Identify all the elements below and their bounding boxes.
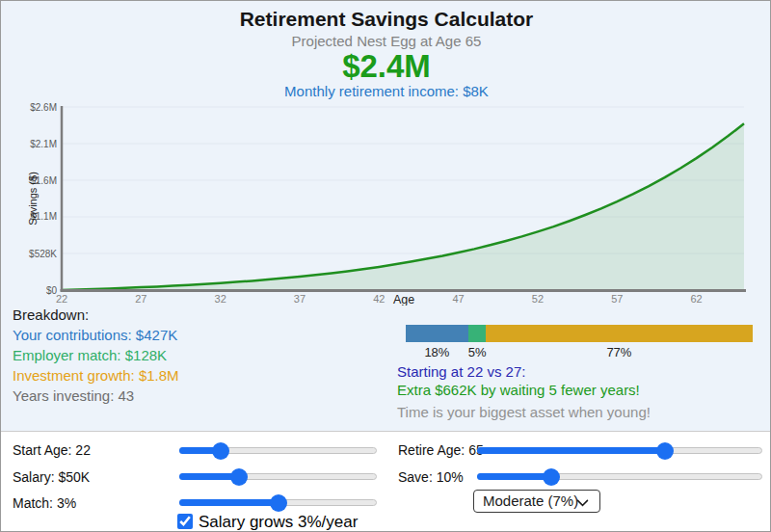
match-label: Match: 3% bbox=[13, 495, 76, 511]
bar-segment-contributions bbox=[406, 325, 468, 342]
slider-thumb[interactable] bbox=[543, 468, 560, 486]
comparison-section: Starting at 22 vs 27:Extra $662K by wait… bbox=[397, 362, 651, 421]
bar-segment-label: 18% bbox=[406, 345, 468, 359]
breakdown-item: Your contributions: $427K bbox=[13, 325, 179, 345]
breakdown-section: Breakdown: Your contributions: $427KEmpl… bbox=[13, 305, 179, 406]
bar-segment-label: 5% bbox=[468, 345, 486, 359]
breakdown-item: Employer match: $128K bbox=[13, 345, 179, 365]
svg-text:42: 42 bbox=[373, 293, 385, 305]
slider-thumb[interactable] bbox=[270, 494, 287, 512]
svg-text:27: 27 bbox=[135, 293, 146, 305]
page-title: Retirement Savings Calculator bbox=[1, 8, 771, 31]
save-rate-slider[interactable] bbox=[477, 468, 762, 486]
bar-segment-label: 77% bbox=[486, 345, 753, 359]
savings-growth-chart: $0$528K$1.1M$1.6M$2.1M$2.6M2227323742475… bbox=[1, 97, 771, 306]
svg-text:Age: Age bbox=[393, 293, 414, 306]
svg-text:$528K: $528K bbox=[29, 249, 57, 259]
start-age-label: Start Age: 22 bbox=[13, 442, 91, 458]
svg-text:32: 32 bbox=[215, 293, 226, 305]
composition-bar bbox=[406, 325, 753, 342]
composition-labels: 18%5%77% bbox=[406, 345, 753, 359]
svg-text:47: 47 bbox=[453, 293, 465, 305]
salary-growth-checkbox[interactable] bbox=[177, 514, 193, 529]
bar-segment-employer-match bbox=[468, 325, 486, 342]
svg-text:Savings ($): Savings ($) bbox=[27, 172, 39, 226]
nest-egg-value: $2.4M bbox=[1, 48, 771, 85]
breakdown-item: Years investing: 43 bbox=[13, 386, 179, 406]
breakdown-items: Your contributions: $427KEmployer match:… bbox=[13, 325, 179, 406]
slider-thumb[interactable] bbox=[230, 468, 248, 486]
slider-fill bbox=[477, 473, 551, 480]
svg-text:22: 22 bbox=[56, 293, 67, 305]
comparison-line-2: Extra $662K by waiting 5 fewer years! bbox=[397, 381, 651, 399]
controls-panel: Start Age: 22 Salary: $50K Match: 3% Ret… bbox=[1, 431, 771, 532]
svg-text:$2.1M: $2.1M bbox=[30, 139, 57, 149]
comparison-line-3: Time is your biggest asset when young! bbox=[397, 403, 651, 421]
page-subtitle: Projected Nest Egg at Age 65 bbox=[1, 33, 771, 49]
salary-label: Salary: $50K bbox=[13, 469, 90, 485]
comparison-line-1: Starting at 22 vs 27: bbox=[397, 362, 651, 381]
svg-text:$2.6M: $2.6M bbox=[30, 102, 57, 113]
svg-text:37: 37 bbox=[294, 293, 306, 305]
salary-slider[interactable] bbox=[179, 468, 377, 486]
svg-text:62: 62 bbox=[690, 293, 702, 305]
retirement-calculator-app: Retirement Savings Calculator Projected … bbox=[0, 0, 771, 532]
slider-thumb[interactable] bbox=[212, 442, 229, 460]
slider-fill bbox=[477, 447, 665, 454]
svg-text:57: 57 bbox=[611, 293, 623, 305]
salary-growth-label[interactable]: Salary grows 3%/year bbox=[199, 513, 358, 532]
start-age-slider[interactable] bbox=[179, 442, 377, 460]
save-rate-label: Save: 10% bbox=[398, 469, 464, 485]
bar-segment-investment-growth bbox=[486, 325, 753, 342]
risk-profile-value: Moderate (7%) bbox=[483, 492, 578, 509]
retire-age-slider[interactable] bbox=[477, 442, 762, 460]
retire-age-label: Retire Age: 65 bbox=[398, 442, 484, 458]
slider-thumb[interactable] bbox=[656, 442, 674, 460]
breakdown-item: Investment growth: $1.8M bbox=[13, 365, 179, 386]
risk-profile-select[interactable]: Moderate (7%) bbox=[473, 490, 600, 513]
slider-fill bbox=[179, 499, 279, 506]
breakdown-heading: Breakdown: bbox=[13, 305, 179, 325]
match-slider[interactable] bbox=[179, 494, 377, 512]
svg-text:52: 52 bbox=[532, 293, 544, 305]
